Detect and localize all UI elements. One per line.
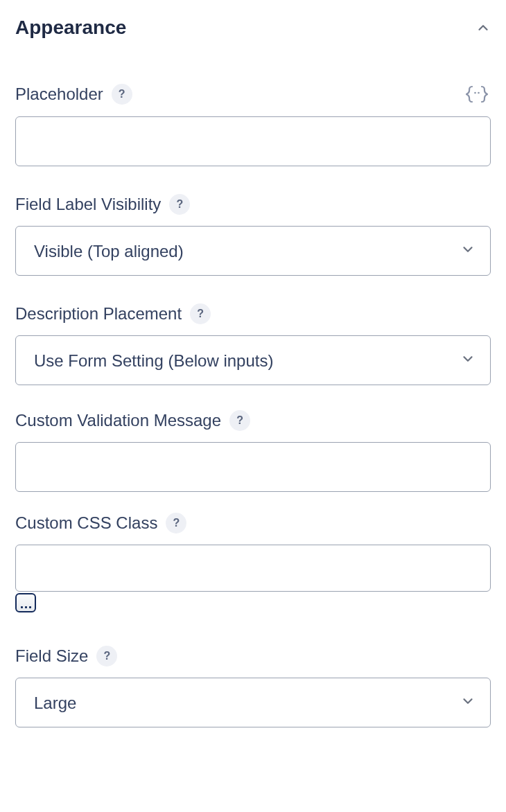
css-class-picker-button[interactable]: [15, 593, 36, 612]
help-icon[interactable]: ?: [169, 194, 190, 215]
custom-validation-input[interactable]: [15, 442, 491, 492]
custom-validation-field-block: Custom Validation Message ?: [15, 410, 491, 492]
help-icon[interactable]: ?: [96, 646, 117, 667]
section-title: Appearance: [15, 17, 126, 39]
custom-css-class-field-block: Custom CSS Class ?: [15, 513, 491, 612]
field-size-label: Field Size: [15, 646, 88, 666]
field-size-select[interactable]: Large: [15, 678, 491, 727]
custom-css-class-label: Custom CSS Class: [15, 513, 157, 533]
label-visibility-select[interactable]: Visible (Top aligned): [15, 226, 491, 276]
field-label-row: Custom CSS Class ?: [15, 513, 491, 533]
placeholder-field-block: Placeholder ?: [15, 83, 491, 166]
help-icon[interactable]: ?: [229, 410, 250, 431]
field-size-field-block: Field Size ? Large: [15, 646, 491, 727]
field-label-row: Description Placement ?: [15, 303, 491, 324]
field-label-row: Custom Validation Message ?: [15, 410, 491, 431]
placeholder-label: Placeholder: [15, 85, 103, 104]
ellipsis-icon: [21, 606, 31, 608]
field-label-row: Placeholder ?: [15, 83, 491, 105]
help-icon[interactable]: ?: [166, 513, 186, 533]
chevron-up-icon: [476, 20, 491, 35]
custom-validation-label: Custom Validation Message: [15, 411, 221, 430]
placeholder-input[interactable]: [15, 116, 491, 166]
help-icon[interactable]: ?: [190, 303, 211, 324]
field-label-row: Field Label Visibility ?: [15, 194, 491, 215]
label-visibility-select-wrap: Visible (Top aligned): [15, 226, 491, 276]
label-visibility-field-block: Field Label Visibility ? Visible (Top al…: [15, 194, 491, 276]
svg-point-1: [478, 92, 480, 94]
svg-point-0: [474, 92, 476, 94]
description-placement-label: Description Placement: [15, 304, 182, 324]
description-placement-select[interactable]: Use Form Setting (Below inputs): [15, 335, 491, 385]
merge-tag-icon[interactable]: [463, 83, 491, 105]
help-icon[interactable]: ?: [112, 84, 132, 105]
section-header[interactable]: Appearance: [15, 17, 491, 39]
description-placement-field-block: Description Placement ? Use Form Setting…: [15, 303, 491, 385]
description-placement-select-wrap: Use Form Setting (Below inputs): [15, 335, 491, 385]
custom-css-class-input[interactable]: [15, 545, 491, 592]
appearance-panel: Appearance Placeholder ? Field Label Vis…: [0, 0, 506, 755]
field-size-select-wrap: Large: [15, 678, 491, 727]
field-label-row: Field Size ?: [15, 646, 491, 667]
label-visibility-label: Field Label Visibility: [15, 195, 161, 214]
